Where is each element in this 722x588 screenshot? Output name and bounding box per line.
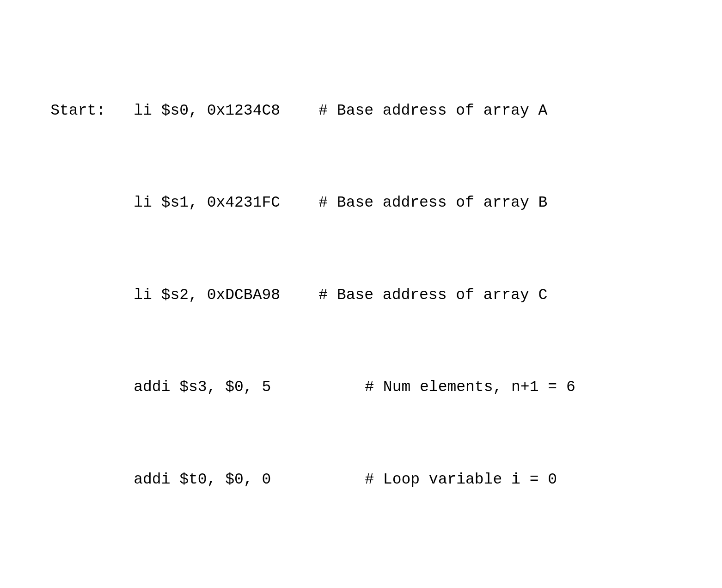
code-comment: # Base address of array C <box>318 286 547 305</box>
code-instr: li $s1, 0x4231FC <box>134 194 318 212</box>
code-line: Start:li $s0, 0x1234C8# Base address of … <box>14 83 708 139</box>
code-comment: # Base address of array B <box>318 194 547 212</box>
code-line: addi $s3, $0, 5# Num elements, n+1 = 6 <box>14 360 708 416</box>
blank-line <box>14 563 708 582</box>
code-instr: li $s0, 0x1234C8 <box>134 102 318 120</box>
code-comment: # Loop variable i = 0 <box>365 471 557 489</box>
code-instr: addi $t0, $0, 0 <box>134 471 365 489</box>
code-line: li $s2, 0xDCBA98# Base address of array … <box>14 268 708 323</box>
code-line: li $s1, 0x4231FC# Base address of array … <box>14 175 708 231</box>
mips-code-block: Start:li $s0, 0x1234C8# Base address of … <box>14 9 708 588</box>
code-instr: li $s2, 0xDCBA98 <box>134 286 318 305</box>
code-label-start: Start: <box>50 102 134 120</box>
code-comment: # Num elements, n+1 = 6 <box>365 378 575 397</box>
code-line: addi $t0, $0, 0# Loop variable i = 0 <box>14 452 708 508</box>
code-instr: addi $s3, $0, 5 <box>134 378 365 397</box>
code-comment: # Base address of array A <box>318 102 547 120</box>
